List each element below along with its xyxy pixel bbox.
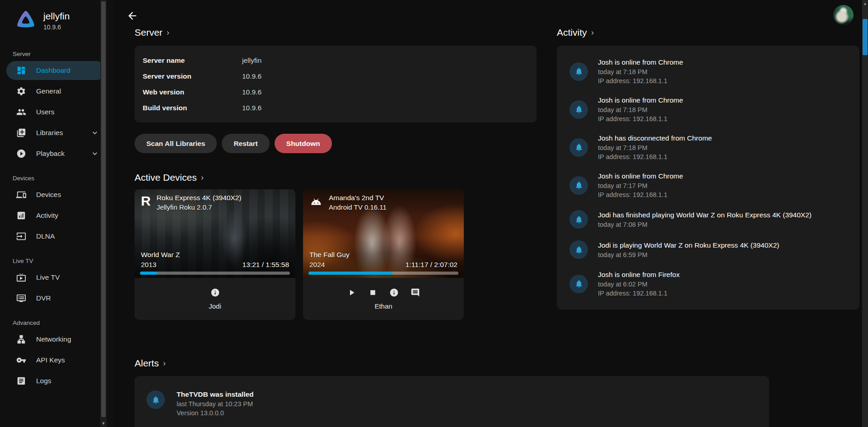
message-icon [411,288,420,297]
sidebar-item-dlna[interactable]: DLNA [6,227,106,246]
stop-button[interactable] [368,288,378,297]
sidebar-section-server: Server [13,51,113,57]
activity-item-title: Josh has disconnected from Chrome [598,134,712,142]
media-year: 2024 [309,261,350,269]
scroll-up-arrow-icon[interactable]: ▲ [862,1,868,6]
media-title: World War Z [141,251,180,259]
build-version-value: 10.9.6 [242,104,261,112]
alert-title: TheTVDB was installed [177,390,254,399]
server-info-row: Build version 10.9.6 [135,100,537,116]
activity-item-time: today at 7:18 PM [598,68,683,75]
activity-item: Josh is online from Chrome today at 7:17… [557,166,859,204]
sidebar-section-livetv: Live TV [13,258,113,264]
window-scrollbar-thumb[interactable] [863,19,868,55]
chevron-down-icon[interactable] [90,149,99,158]
device-card-roku: R Roku Express 4K (3940X2) Jellyfin Roku… [135,189,295,320]
stop-icon [368,288,378,297]
sidebar-item-label: Networking [36,335,71,343]
activity-title-text: Activity [557,27,587,38]
media-backdrop-world-war-z: R Roku Express 4K (3940X2) Jellyfin Roku… [135,189,295,278]
sidebar-item-label: Live TV [36,273,60,282]
sidebar-item-label: Dashboard [36,66,70,75]
activity-item-ip: IP address: 192.168.1.1 [598,290,680,297]
alerts-title[interactable]: Alerts [135,358,769,369]
sidebar-item-activity[interactable]: Activity [6,206,106,225]
activity-item: Josh is online from Firefox today at 6:0… [557,265,859,303]
roku-logo-icon: R [141,194,151,208]
activity-item-title: Josh is online from Chrome [598,172,683,180]
sidebar-item-logs[interactable]: Logs [6,371,106,390]
android-logo-icon [309,194,323,208]
sidebar: jellyfin 10.9.6 Server Dashboard General… [0,0,113,427]
notification-bell-icon [569,62,588,81]
activity-item: Jodi is playing World War Z on Roku Expr… [557,235,859,265]
server-info-row: Server name jellyfin [135,52,537,68]
activity-item: Josh has disconnected from Chrome today … [557,128,859,166]
sidebar-item-label: Playback [36,150,65,158]
sidebar-item-general[interactable]: General [6,82,106,101]
sidebar-item-users[interactable]: Users [6,103,106,122]
scroll-down-arrow-icon[interactable]: ▼ [100,421,107,426]
device-card-footer: Jodi [135,278,295,320]
back-button[interactable] [126,9,139,23]
web-version-label: Web version [143,88,242,96]
window-scrollbar[interactable]: ▲ [862,0,868,427]
play-button[interactable] [347,288,356,297]
shutdown-button[interactable]: Shutdown [275,134,332,153]
server-info-row: Server version 10.9.6 [135,68,537,84]
jellyfin-logo-icon [16,10,35,29]
send-message-button[interactable] [411,288,420,297]
user-avatar[interactable] [833,5,854,25]
sidebar-item-label: Devices [36,191,61,199]
main-content: Server Server name jellyfin Server versi… [113,0,868,427]
sidebar-item-api-keys[interactable]: API Keys [6,351,106,370]
play-circle-icon [16,149,26,159]
sidebar-item-label: General [36,87,61,95]
activity-item-title: Jodi has finished playing World War Z on… [598,211,812,219]
activity-item-time: today at 7:17 PM [598,182,683,189]
app-name: jellyfin [43,11,70,22]
activity-item-time: today at 6:59 PM [598,251,779,258]
app-logo[interactable]: jellyfin 10.9.6 [0,0,113,31]
server-name-value: jellyfin [242,56,261,65]
device-card-android-tv: Amanda's 2nd TV Android TV 0.16.11 The F… [303,189,464,320]
sidebar-item-networking[interactable]: Networking [6,330,106,349]
sidebar-item-live-tv[interactable]: Live TV [6,268,106,287]
media-year: 2013 [141,261,180,269]
live-tv-icon [16,272,26,282]
alerts-title-text: Alerts [135,358,159,369]
alert-item: TheTVDB was installed last Thursday at 1… [135,384,769,423]
restart-button[interactable]: Restart [222,134,269,153]
activity-item-time: today at 7:18 PM [598,106,683,113]
server-info-card: Server name jellyfin Server version 10.9… [135,46,537,122]
sidebar-item-dvr[interactable]: DVR [6,289,106,308]
users-icon [16,107,26,117]
sidebar-item-libraries[interactable]: Libraries [6,123,106,142]
sidebar-item-playback[interactable]: Playback [6,144,106,163]
device-client: Jellyfin Roku 2.0.7 [157,203,242,211]
notification-bell-icon [569,240,588,259]
sidebar-item-label: DVR [36,294,51,302]
sidebar-item-devices[interactable]: Devices [6,185,106,204]
key-icon [16,355,26,365]
chevron-down-icon[interactable] [90,128,99,137]
playback-time: 1:11:17 / 2:07:02 [406,261,457,269]
playback-time: 13:21 / 1:55:58 [243,261,289,269]
devices-icon [16,190,26,200]
session-info-button[interactable] [210,288,220,297]
activity-item-ip: IP address: 192.168.1.1 [598,115,683,122]
sidebar-scrollbar-thumb[interactable] [101,1,106,417]
session-info-button[interactable] [389,288,399,297]
activity-title[interactable]: Activity [557,27,859,38]
sidebar-scrollbar[interactable]: ▼ [100,0,107,427]
sidebar-item-dashboard[interactable]: Dashboard [6,61,106,80]
activity-item: Jodi has finished playing World War Z on… [557,204,859,235]
sidebar-section-advanced: Advanced [13,319,113,326]
chevron-right-icon [161,359,168,367]
activity-item-ip: IP address: 192.168.1.1 [598,77,683,84]
activity-item-time: today at 6:02 PM [598,281,680,288]
scan-all-libraries-button[interactable]: Scan All Libraries [135,134,217,153]
alert-time: last Thursday at 10:23 PM [177,400,254,408]
playback-progress-fill [140,272,157,275]
notification-bell-icon [569,138,588,157]
